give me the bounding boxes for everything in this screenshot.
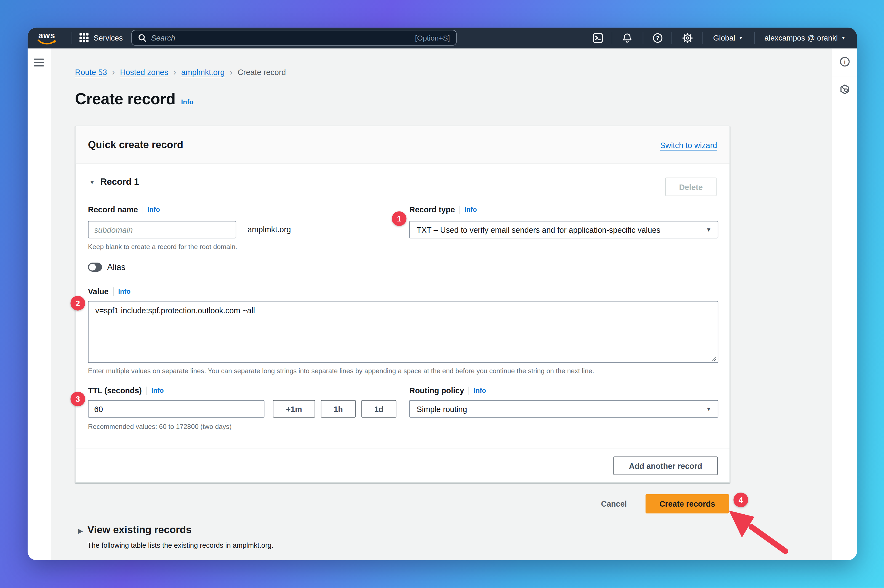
search-shortcut-hint: [Option+S] bbox=[415, 34, 450, 42]
routing-policy-value: Simple routing bbox=[417, 404, 467, 413]
nav-divider bbox=[72, 32, 72, 44]
label-divider bbox=[113, 287, 114, 296]
switch-to-wizard-link[interactable]: Switch to wizard bbox=[660, 141, 717, 150]
ttl-label-row: TTL (seconds) Info bbox=[88, 386, 164, 395]
record-name-helper: Keep blank to create a record for the ro… bbox=[88, 243, 237, 251]
triangle-right-icon[interactable]: ▶ bbox=[78, 527, 83, 535]
view-existing-records-title[interactable]: View existing records bbox=[87, 524, 192, 536]
card-header: Quick create record Switch to wizard bbox=[76, 126, 729, 164]
record-type-label: Record type bbox=[409, 205, 455, 214]
value-info-link[interactable]: Info bbox=[118, 287, 131, 296]
record-name-info-link[interactable]: Info bbox=[148, 206, 160, 214]
breadcrumb-hosted-zones[interactable]: Hosted zones bbox=[120, 67, 168, 76]
right-tools-rail: i bbox=[831, 48, 857, 560]
value-textarea[interactable]: v=spf1 include:spf.protection.outlook.co… bbox=[88, 301, 718, 363]
global-search[interactable]: [Option+S] bbox=[131, 30, 456, 45]
services-grid-icon[interactable] bbox=[80, 33, 89, 43]
label-divider bbox=[459, 206, 460, 214]
cloudshell-icon[interactable] bbox=[593, 33, 603, 44]
add-another-record-button[interactable]: Add another record bbox=[613, 456, 717, 475]
create-records-button[interactable]: Create records bbox=[645, 494, 729, 513]
ttl-label: TTL (seconds) bbox=[88, 386, 142, 395]
breadcrumb-separator: › bbox=[230, 67, 233, 76]
value-helper: Enter multiple values on separate lines.… bbox=[88, 367, 594, 375]
aws-console-navbar: aws Services [Option+S] bbox=[28, 28, 857, 48]
page-title: Create record bbox=[75, 90, 176, 108]
ttl-helper: Recommended values: 60 to 172800 (two da… bbox=[88, 423, 232, 431]
label-divider bbox=[468, 386, 469, 395]
caret-down-icon: ▼ bbox=[706, 226, 711, 232]
notifications-bell-icon[interactable] bbox=[622, 33, 633, 44]
hamburger-menu-icon[interactable] bbox=[34, 59, 44, 69]
ttl-1d-button[interactable]: 1d bbox=[362, 400, 396, 417]
search-icon bbox=[138, 34, 147, 42]
cancel-button[interactable]: Cancel bbox=[601, 499, 627, 508]
routing-policy-info-link[interactable]: Info bbox=[474, 387, 486, 394]
ttl-info-link[interactable]: Info bbox=[151, 387, 164, 394]
value-label: Value bbox=[88, 287, 109, 296]
record-section-title: Record 1 bbox=[101, 177, 139, 187]
breadcrumb: Route 53 › Hosted zones › amplmkt.org › … bbox=[75, 67, 286, 76]
breadcrumb-route53[interactable]: Route 53 bbox=[75, 67, 107, 76]
routing-policy-select[interactable]: Simple routing ▼ bbox=[409, 400, 718, 417]
aws-logo-text: aws bbox=[38, 30, 55, 40]
search-input[interactable] bbox=[151, 34, 415, 42]
account-label: alexcampos @ orankl bbox=[764, 34, 838, 42]
breadcrumb-separator: › bbox=[173, 67, 176, 76]
browser-window: aws Services [Option+S] bbox=[28, 28, 857, 560]
label-divider bbox=[146, 386, 147, 395]
ttl-1h-button[interactable]: 1h bbox=[321, 400, 356, 417]
value-textarea-wrap: v=spf1 include:spf.protection.outlook.co… bbox=[88, 301, 718, 363]
alias-toggle[interactable] bbox=[88, 262, 102, 272]
card-footer-divider bbox=[76, 449, 729, 449]
resize-handle-icon[interactable] bbox=[711, 356, 716, 361]
nav-divider bbox=[672, 32, 672, 44]
record-name-label-row: Record name Info bbox=[88, 205, 160, 214]
breadcrumb-zone[interactable]: amplmkt.org bbox=[181, 67, 225, 76]
aws-smile-icon bbox=[37, 39, 58, 45]
alias-label: Alias bbox=[107, 262, 125, 272]
record-type-label-row: Record type Info bbox=[409, 205, 477, 214]
step-badge-1: 1 bbox=[392, 211, 407, 226]
step-badge-2: 2 bbox=[71, 296, 85, 310]
step-badge-4: 4 bbox=[733, 493, 748, 507]
toggle-knob bbox=[89, 264, 96, 270]
hexagon-resources-icon[interactable] bbox=[840, 84, 850, 94]
record-type-info-link[interactable]: Info bbox=[465, 206, 477, 214]
services-menu[interactable]: Services bbox=[93, 34, 123, 42]
svg-text:?: ? bbox=[656, 35, 659, 41]
quick-create-record-card: Quick create record Switch to wizard ▼ R… bbox=[75, 126, 730, 483]
page-title-row: Create record Info bbox=[75, 90, 194, 108]
step-badge-3: 3 bbox=[71, 392, 85, 406]
breadcrumb-current: Create record bbox=[237, 67, 286, 76]
record-name-input[interactable] bbox=[88, 221, 236, 238]
main-content: Route 53 › Hosted zones › amplmkt.org › … bbox=[51, 48, 831, 560]
rail-divider bbox=[832, 76, 857, 77]
help-icon[interactable]: ? bbox=[652, 33, 663, 44]
account-menu[interactable]: alexcampos @ orankl ▼ bbox=[764, 34, 846, 42]
record-name-suffix: amplmkt.org bbox=[248, 225, 291, 234]
view-existing-records-description: The following table lists the existing r… bbox=[87, 542, 273, 550]
record-type-value: TXT – Used to verify email senders and f… bbox=[417, 225, 660, 234]
nav-divider bbox=[754, 32, 755, 44]
label-divider bbox=[143, 206, 143, 214]
aws-logo[interactable]: aws bbox=[37, 30, 58, 45]
caret-down-icon: ▼ bbox=[841, 36, 846, 40]
record-type-select[interactable]: TXT – Used to verify email senders and f… bbox=[409, 221, 718, 238]
left-sidebar-rail bbox=[28, 48, 51, 560]
routing-policy-label-row: Routing policy Info bbox=[409, 386, 486, 395]
page-info-link[interactable]: Info bbox=[181, 98, 194, 106]
info-panel-icon[interactable]: i bbox=[840, 56, 850, 67]
caret-down-icon: ▼ bbox=[738, 36, 743, 40]
value-label-row: Value Info bbox=[88, 287, 131, 296]
settings-gear-icon[interactable] bbox=[682, 33, 693, 44]
nav-divider bbox=[642, 32, 643, 44]
ttl-input[interactable] bbox=[88, 400, 264, 417]
ttl-plus-1m-button[interactable]: +1m bbox=[273, 400, 315, 417]
card-title: Quick create record bbox=[88, 139, 183, 151]
desktop-background: aws Services [Option+S] bbox=[0, 0, 884, 588]
delete-record-button[interactable]: Delete bbox=[665, 178, 716, 196]
triangle-down-icon[interactable]: ▼ bbox=[89, 179, 95, 186]
region-selector[interactable]: Global ▼ bbox=[713, 34, 743, 42]
nav-divider bbox=[612, 32, 612, 44]
